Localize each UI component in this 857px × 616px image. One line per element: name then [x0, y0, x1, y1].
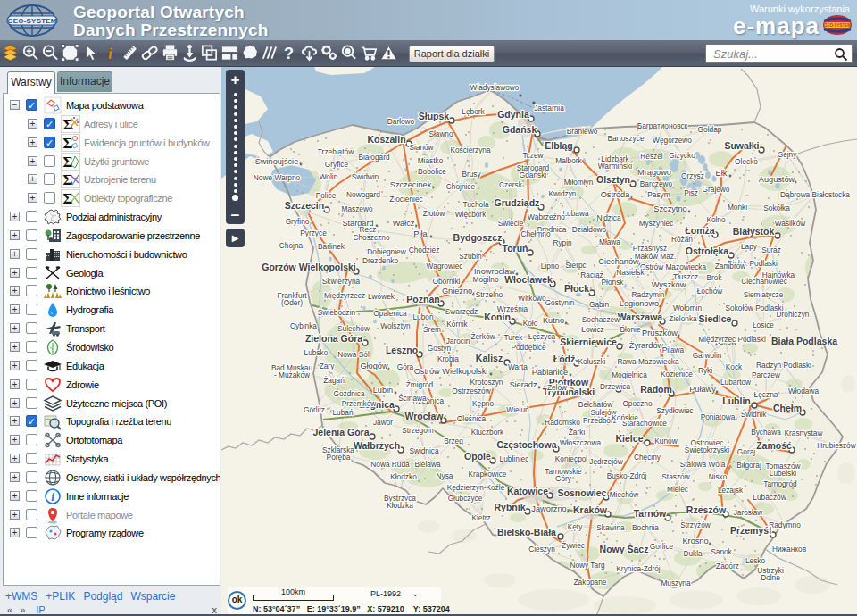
svg-text:Sosnowiec: Sosnowiec [558, 487, 607, 498]
svg-text:Darłowo: Darłowo [387, 117, 415, 126]
svg-text:Nisko: Nisko [709, 472, 728, 481]
svg-text:Sianów: Sianów [409, 143, 434, 152]
svg-text:i: i [108, 45, 112, 62]
svg-text:Zelów: Zelów [547, 383, 568, 392]
svg-text:SzklarskaPoręba: SzklarskaPoręba [322, 445, 354, 462]
svg-text:Wąbrzeźno: Wąbrzeźno [528, 212, 565, 221]
svg-text:Lębork: Lębork [462, 107, 485, 116]
svg-text:Wieluń: Wieluń [506, 405, 529, 414]
svg-text:Giżycko: Giżycko [669, 151, 695, 160]
svg-text:Bielawa: Bielawa [414, 460, 440, 469]
svg-text:Mogielnica: Mogielnica [612, 370, 647, 379]
svg-text:Piła: Piła [413, 229, 428, 238]
svg-text:Grajewo: Grajewo [703, 185, 730, 194]
svg-text:Braniewo: Braniewo [567, 127, 598, 136]
svg-text:Sokółka: Sokółka [763, 204, 790, 212]
svg-text:Myszyniec: Myszyniec [639, 219, 674, 228]
svg-text:Poddębice: Poddębice [511, 343, 546, 352]
svg-text:Mielec: Mielec [667, 485, 688, 494]
svg-text:GEO-SYSTEM: GEO-SYSTEM [824, 23, 851, 28]
svg-text:Białogard: Białogard [358, 153, 389, 162]
svg-text:Maków Maz.: Maków Maz. [635, 252, 677, 261]
svg-text:Pisz: Pisz [684, 188, 698, 197]
svg-text:Jelenia Góra: Jelenia Góra [312, 427, 369, 437]
svg-text:Świdwin: Świdwin [352, 171, 379, 181]
svg-text:Багратионовск: Багратионовск [637, 121, 688, 130]
svg-text:Bydgoszcz: Bydgoszcz [453, 232, 503, 243]
svg-text:Lubawa: Lubawa [562, 209, 588, 218]
svg-text:Sierpc: Sierpc [565, 261, 587, 270]
svg-text:Złocieniec: Złocieniec [389, 195, 422, 204]
svg-text:Żary: Żary [320, 362, 335, 370]
svg-text:Radom: Radom [640, 384, 672, 395]
svg-text:Węgorzewo: Węgorzewo [653, 136, 692, 145]
svg-text:Trzebiatów: Trzebiatów [318, 147, 354, 156]
svg-text:Opoczno: Opoczno [622, 399, 653, 408]
svg-text:Końskie: Końskie [612, 413, 638, 422]
svg-text:Leżajsk: Leżajsk [718, 486, 744, 495]
svg-text:Sochaczew: Sochaczew [582, 315, 620, 324]
svg-text:Reszel: Reszel [640, 152, 663, 161]
svg-text:Nowe Warpno: Nowe Warpno [254, 173, 301, 182]
svg-text:Hrubieszów: Hrubieszów [817, 441, 856, 450]
svg-text:Suraz: Suraz [761, 246, 781, 254]
svg-text:Mława: Mława [599, 237, 620, 246]
svg-text:Leszno: Leszno [386, 345, 418, 355]
svg-text:Gostynin: Gostynin [545, 298, 575, 307]
svg-text:Luboń: Luboń [412, 312, 433, 321]
svg-text:Siemiatycze: Siemiatycze [744, 290, 784, 299]
svg-text:Gorlice: Gorlice [650, 542, 674, 551]
svg-text:Włodawa: Włodawa [788, 387, 820, 395]
svg-text:TomaszówLubelski: TomaszówLubelski [765, 462, 801, 478]
svg-text:Świecie: Świecie [498, 218, 524, 228]
svg-text:Łosice: Łosice [753, 320, 774, 329]
svg-text:Brusy: Brusy [462, 170, 481, 179]
svg-text:Wrocław: Wrocław [405, 411, 445, 421]
svg-text:Olsztyn: Olsztyn [596, 174, 630, 185]
svg-text:Koszalin: Koszalin [367, 134, 405, 145]
svg-text:Nidzica: Nidzica [596, 213, 621, 222]
svg-text:Krasnystaw: Krasnystaw [785, 429, 824, 437]
svg-text:Poznań: Poznań [406, 294, 439, 304]
svg-text:Recz: Recz [360, 225, 377, 234]
svg-text:Miłomłyn: Miłomłyn [564, 178, 594, 187]
svg-text:Góra: Góra [397, 362, 414, 371]
svg-text:Kielce: Kielce [616, 433, 644, 444]
svg-text:Lubin: Lubin [373, 386, 393, 395]
svg-text:Kutno: Kutno [543, 316, 564, 325]
svg-text:Płock: Płock [564, 283, 589, 294]
svg-text:Ostrzeszów: Ostrzeszów [452, 387, 491, 395]
svg-text:Grudziądz: Grudziądz [495, 197, 540, 208]
svg-text:Kozienice: Kozienice [661, 370, 693, 379]
svg-text:Σ: Σ [62, 154, 72, 171]
svg-text:Pabianice: Pabianice [532, 368, 568, 377]
svg-text:Wyszków: Wyszków [652, 280, 686, 289]
svg-text:Łapy: Łapy [741, 242, 758, 251]
svg-text:Busko-Zdrój: Busko-Zdrój [607, 471, 647, 480]
svg-text:Нижанков: Нижанков [772, 545, 807, 554]
svg-text:GEO-SYSTEM: GEO-SYSTEM [7, 17, 56, 25]
svg-text:Σ: Σ [62, 190, 72, 207]
svg-text:Skierniewice: Skierniewice [560, 337, 617, 347]
svg-text:Cieszyn: Cieszyn [528, 545, 555, 554]
svg-text:Kępno: Kępno [472, 399, 494, 408]
svg-text:Lwówek: Lwówek [368, 292, 395, 301]
svg-text:Ostrołęka: Ostrołęka [686, 246, 729, 256]
svg-text:Szczecinek: Szczecinek [390, 180, 432, 189]
svg-text:Koniecpol: Koniecpol [555, 454, 588, 463]
svg-text:Ścinawa: Ścinawa [398, 393, 427, 403]
svg-text:Σ: Σ [62, 116, 72, 133]
svg-text:Kock: Kock [726, 362, 743, 371]
svg-text:Kędzierzyn-Koźle: Kędzierzyn-Koźle [447, 483, 505, 492]
svg-text:Gryfice: Gryfice [325, 160, 349, 169]
svg-text:Nasielsk: Nasielsk [616, 268, 645, 277]
svg-text:Katowice: Katowice [507, 486, 548, 496]
svg-text:Sieradz: Sieradz [509, 380, 537, 389]
svg-text:Świebodzin: Świebodzin [318, 307, 356, 317]
svg-text:Krotoszyn: Krotoszyn [470, 378, 503, 387]
svg-text:Międzyrzec Podlaski: Międzyrzec Podlaski [698, 335, 766, 344]
svg-text:Płońsk: Płońsk [602, 278, 625, 287]
svg-text:Przemyśl: Przemyśl [730, 525, 771, 536]
svg-text:Tuchola: Tuchola [462, 200, 489, 209]
svg-text:Wołomin: Wołomin [673, 304, 703, 312]
